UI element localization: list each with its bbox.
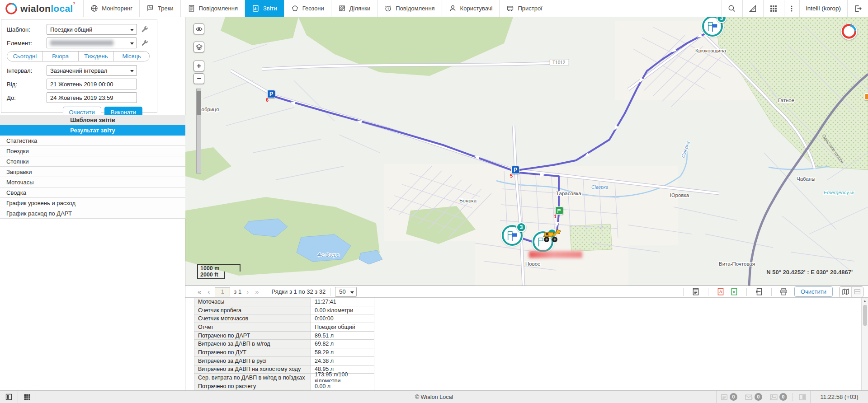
tab-geofences[interactable]: Геозони <box>284 0 331 17</box>
scale-metric: 1000 m <box>197 264 241 272</box>
template-label: Шаблон: <box>7 26 47 33</box>
tab-users[interactable]: Користувачі <box>442 0 500 17</box>
page-size-select[interactable]: 50 <box>335 287 357 297</box>
clear-result-button[interactable]: Очистити <box>794 286 833 297</box>
table-row: Потрачено по ДАРТ89.51 л <box>194 332 374 340</box>
interval-select[interactable]: Зазначений інтервал <box>47 65 137 76</box>
mail-indicator[interactable]: 0 <box>741 393 766 401</box>
unit-cluster-left[interactable]: 3 <box>502 225 523 246</box>
split-view-toggle[interactable] <box>851 287 863 297</box>
layout-panes-button[interactable] <box>795 393 810 401</box>
zoom-slider[interactable] <box>196 89 201 173</box>
apps-grid-button[interactable] <box>18 391 36 403</box>
report-item-statistics[interactable]: Статистика <box>0 136 185 146</box>
map-view-toggle[interactable] <box>840 287 851 297</box>
tab-label: Користувачі <box>460 5 493 12</box>
to-date-input[interactable]: 24 Жовтень 2019 23:59 <box>47 92 137 103</box>
range-week-button[interactable]: Тиждень <box>78 52 114 61</box>
export-excel-button[interactable]: x <box>728 287 740 297</box>
tab-messages[interactable]: Повідомлення <box>180 0 245 17</box>
zoom-slider-thumb[interactable] <box>197 91 201 115</box>
search-button[interactable] <box>722 0 742 17</box>
report-template-button[interactable] <box>690 287 702 297</box>
export-file-button[interactable] <box>753 287 765 297</box>
parking-marker-west[interactable]: P 6 <box>267 90 275 98</box>
element-settings-button[interactable] <box>141 39 148 47</box>
tab-reports[interactable]: Звіти <box>245 0 284 17</box>
geofence-marker[interactable]: 1 <box>555 206 563 215</box>
divider <box>330 288 330 296</box>
tab-report-result[interactable]: Результат звіту <box>0 125 185 136</box>
to-label: До: <box>7 94 47 101</box>
table-scrollbar[interactable]: ▲ <box>861 298 868 390</box>
range-yesterday-button[interactable]: Вчора <box>42 52 78 61</box>
top-navigation: wialonlocal’ Моніторинг Треки Повідомлен… <box>0 0 868 17</box>
media-indicator[interactable]: 0 <box>766 393 791 401</box>
divider <box>771 288 772 296</box>
report-item-engine-hours[interactable]: Моточасы <box>0 177 185 187</box>
excel-file-icon: x <box>730 287 738 296</box>
svg-text:x: x <box>733 289 736 294</box>
report-item-chart-level[interactable]: График уровень и расход <box>0 198 185 208</box>
pager-prev-button[interactable]: ‹ <box>204 288 213 295</box>
count-badge: 0 <box>755 393 762 401</box>
pager-first-button[interactable]: « <box>194 288 204 295</box>
toggle-left-panel-button[interactable] <box>0 391 18 403</box>
report-item-fuelings[interactable]: Заправки <box>0 167 185 177</box>
pager-last-button[interactable]: » <box>252 288 262 295</box>
chevron-down-icon <box>130 70 134 72</box>
report-item-chart-dart[interactable]: График расход по ДАРТ <box>0 208 185 219</box>
export-controls: A x Очистити <box>679 286 865 297</box>
stat-label: Счетчик пробега <box>194 306 311 315</box>
map-town-label: Крюковщина <box>695 48 726 53</box>
wrench-icon <box>141 26 148 33</box>
range-month-button[interactable]: Місяць <box>113 52 149 61</box>
tab-tracks[interactable]: Треки <box>139 0 180 17</box>
pager-next-button[interactable]: › <box>243 288 252 295</box>
table-row: Счетчик пробега0.00 кілометри <box>194 306 374 315</box>
report-item-summary[interactable]: Сводка <box>0 187 185 198</box>
scroll-up-arrow[interactable]: ▲ <box>862 298 868 304</box>
tab-label: Ділянки <box>349 5 370 12</box>
wialon-logo-icon <box>5 3 17 14</box>
excavator-unit-icon[interactable] <box>541 227 561 243</box>
parking-marker-mid[interactable]: P 5 <box>511 166 519 174</box>
messages-indicator[interactable]: 0 <box>717 393 741 401</box>
main-tabs: Моніторинг Треки Повідомлення Звіти Геоз… <box>83 0 549 17</box>
svg-text:A: A <box>719 289 722 294</box>
element-select[interactable] <box>47 37 137 48</box>
visibility-eye-button[interactable] <box>193 23 204 34</box>
flags-icon <box>706 20 719 32</box>
from-date-input[interactable]: 21 Жовтень 2019 00:00 <box>47 79 137 89</box>
zoom-in-button[interactable]: + <box>193 61 204 71</box>
template-settings-button[interactable] <box>141 26 148 33</box>
measure-tool-button[interactable] <box>742 0 763 17</box>
unit-cluster-excavator[interactable] <box>533 231 553 252</box>
tab-units[interactable]: Пристрої <box>499 0 549 17</box>
tab-areas[interactable]: Ділянки <box>331 0 377 17</box>
map[interactable]: Т1012 Крюковщина Гатное Чабаны Юровка Та… <box>185 17 868 286</box>
poi-marker-edge[interactable] <box>864 93 868 100</box>
tab-report-templates[interactable]: Шаблони звітів <box>0 115 185 125</box>
template-select[interactable]: Поездки общий <box>47 24 137 35</box>
zoom-out-button[interactable]: − <box>193 73 204 84</box>
page-number-input[interactable]: 1 <box>215 287 230 296</box>
chevron-down-icon <box>130 29 134 31</box>
tab-notifications[interactable]: Повідомлення <box>377 0 441 17</box>
more-menu-button[interactable] <box>784 0 799 17</box>
report-item-parkings[interactable]: Стоянки <box>0 156 185 167</box>
scrollbar-thumb[interactable] <box>863 305 867 326</box>
parking-glyph: P <box>269 91 273 97</box>
user-menu[interactable]: intelli (korop) <box>799 0 847 17</box>
print-button[interactable] <box>778 287 790 297</box>
export-pdf-button[interactable]: A <box>715 287 726 297</box>
report-item-trips[interactable]: Поездки <box>0 146 185 156</box>
stat-value: 0.00 кілометри <box>311 306 374 315</box>
map-layers-button[interactable] <box>193 42 204 52</box>
tab-monitoring[interactable]: Моніторинг <box>83 0 139 17</box>
table-row: Витрачено за ДАВП в м/год69.82 л <box>194 340 374 348</box>
apps-button[interactable] <box>763 0 784 17</box>
road-label: Т1012 <box>552 60 566 65</box>
logout-button[interactable] <box>847 0 868 17</box>
range-today-button[interactable]: Сьогодні <box>7 52 42 61</box>
